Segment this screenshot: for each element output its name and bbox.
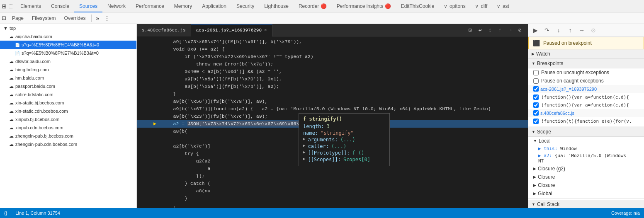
bp-item-0-0[interactable]: (function(){var a=function(c,d){ bbox=[528, 93, 644, 101]
tree-item-xin_static_cdn[interactable]: ☁xin-static.cdn.bcebos.com bbox=[0, 107, 136, 115]
status-braces-icon[interactable]: {} bbox=[4, 211, 7, 216]
tooltip-row-2[interactable]: ▶ arguments: (...) bbox=[303, 137, 385, 143]
bp-item-checkbox-0-1[interactable] bbox=[533, 102, 539, 108]
scope-section-header[interactable]: ▼ Scope bbox=[528, 127, 644, 137]
pause-caught-checkbox[interactable] bbox=[533, 78, 539, 84]
step-over-btn[interactable]: ↷ bbox=[542, 26, 552, 35]
line-arrow-4 bbox=[153, 68, 160, 75]
bp-item-0-1[interactable]: (function(){var a=function(c,d){ bbox=[528, 101, 644, 109]
scope-header-2[interactable]: ▶Closure bbox=[528, 173, 644, 181]
scope-header-0[interactable]: ▼Local bbox=[528, 137, 644, 145]
tree-item-passport[interactable]: ☁passport.baidu.com bbox=[0, 82, 136, 90]
nav-tab-console[interactable]: Console bbox=[46, 0, 74, 12]
toolbar-tab-overrides[interactable]: Overrides bbox=[60, 12, 90, 24]
bp-file-checkbox-0[interactable] bbox=[533, 86, 539, 92]
nav-tab-v_options[interactable]: v_opitons bbox=[439, 0, 470, 12]
nav-tab-recorder[interactable]: Recorder 🔴 bbox=[294, 0, 332, 12]
nav-tab-application[interactable]: Application bbox=[197, 0, 231, 12]
code-area[interactable]: a9['\x73\x65\x74'](fM[b('\x6f')], b('\x7… bbox=[137, 36, 528, 208]
line-code-12: a8(b( bbox=[160, 128, 187, 135]
step-out-btn[interactable]: ↑ bbox=[566, 26, 575, 35]
bp-file-header-1[interactable]: s.480cefa86cc.js bbox=[528, 109, 644, 117]
bp-file-header-0[interactable]: acs-2061.js?_=1693976290 bbox=[528, 85, 644, 93]
line-gutter-21 bbox=[137, 195, 153, 202]
tree-item-aiqicha[interactable]: ☁aiqicha.baidu.com bbox=[0, 32, 136, 41]
call-stack-section-header[interactable]: ▼ Call Stack bbox=[528, 200, 644, 208]
nav-tab-elements[interactable]: Elements bbox=[15, 0, 46, 12]
call-stack-label: Call Stack bbox=[537, 201, 559, 207]
code-line-18: }); bbox=[137, 172, 528, 180]
nav-tab-network[interactable]: Network bbox=[102, 0, 131, 12]
line-code-18: }); bbox=[160, 172, 205, 180]
nav-tab-memory[interactable]: Memory bbox=[169, 0, 197, 12]
scope-item-0-1[interactable]: ▶ a2: {ua: 'Mozilla/5.0 (Windows NT bbox=[528, 152, 644, 165]
tree-item-hm_baidu[interactable]: ☁hm.baidu.com bbox=[0, 74, 136, 82]
step-into-btn[interactable]: ↓ bbox=[554, 26, 563, 35]
step-btn[interactable]: → bbox=[577, 26, 586, 35]
scope-header-4[interactable]: ▶Global bbox=[528, 189, 644, 198]
editor-toolbar-btn-0[interactable]: ⊡ bbox=[466, 26, 475, 35]
line-arrow-0 bbox=[153, 38, 160, 46]
nav-tab-editthiscookie[interactable]: EditThisCookie bbox=[396, 0, 440, 12]
autocomplete-tooltip: f stringify() length: 3name: "stringify"… bbox=[299, 113, 390, 166]
toolbar-tab-filesystem[interactable]: Filesystem bbox=[28, 12, 60, 24]
bp-file-checkbox-1[interactable] bbox=[533, 110, 539, 116]
scope-header-3[interactable]: ▶Closure bbox=[528, 181, 644, 189]
file-tab-acs2061[interactable]: acs-2061.js?_=1693976290× bbox=[191, 24, 272, 36]
line-arrow-10 bbox=[153, 113, 160, 120]
paused-icon: ⬛ bbox=[533, 40, 540, 46]
tooltip-row-5[interactable]: ▶ [[Scopes]]: Scopes[0] bbox=[303, 157, 385, 162]
tree-item-himg[interactable]: ☁himg.bdimg.com bbox=[0, 65, 136, 74]
tree-item-zhengxin_pub_cdn[interactable]: ☁zhengxin-pub.cdn.bcebos.com bbox=[0, 140, 136, 148]
editor-toolbar-btn-2[interactable]: ↕ bbox=[486, 26, 495, 35]
toolbar-tab-page[interactable]: Page bbox=[8, 12, 28, 24]
scope-item-0-0[interactable]: ▶ this: Window bbox=[528, 145, 644, 152]
second-toolbar-tabs: PageFilesystemOverrides bbox=[8, 12, 90, 24]
tree-item-zhengxin_pub_bj[interactable]: ☁zhengxin-pub.bj.bcebos.com bbox=[0, 132, 136, 140]
tree-item-s_eq1[interactable]: 📄s?q=%E5%8D%88%E4%B8%BA&t=0 bbox=[0, 41, 136, 49]
tree-item-xinpub_cdn[interactable]: ☁xinpub.cdn.bcebos.com bbox=[0, 124, 136, 132]
line-code-9: a9[b('\x67')](function(a2) { a2 = {ua: '… bbox=[160, 105, 491, 113]
code-line-2: if ('\x73\x74\x72\x69\x6e\x67' !== typeo… bbox=[137, 53, 528, 61]
tooltip-expand-icon-3: ▶ bbox=[303, 143, 305, 149]
pause-uncaught-item[interactable]: Pause on uncaught exceptions bbox=[528, 68, 644, 77]
editor-toolbar-btn-1[interactable]: ↩ bbox=[476, 26, 485, 35]
nav-tab-security[interactable]: Security bbox=[231, 0, 259, 12]
scope-header-1[interactable]: ▶Closure (g2) bbox=[528, 165, 644, 173]
file-tab-s480[interactable]: s.480cefa86cc.js bbox=[137, 24, 191, 36]
tree-label-dlswbr: dlswbr.baidu.com bbox=[15, 59, 51, 64]
tooltip-header: f stringify() bbox=[303, 116, 385, 122]
toolbar-dots[interactable]: ⋮ bbox=[102, 15, 112, 22]
tree-item-sofire[interactable]: ☁sofire.bdstatic.com bbox=[0, 90, 136, 99]
nav-tab-lighthouse[interactable]: Lighthouse bbox=[259, 0, 294, 12]
nav-tab-v_diff[interactable]: v_diff bbox=[471, 0, 492, 12]
tree-icon-domain: ☁ bbox=[9, 59, 14, 64]
more-options-btn[interactable]: » bbox=[93, 15, 102, 22]
editor-toolbar-btn-4[interactable]: → bbox=[505, 26, 515, 35]
nav-tabs-container: ElementsConsoleSourcesNetworkPerformance… bbox=[15, 0, 514, 12]
tooltip-row-3[interactable]: ▶ caller: (...) bbox=[303, 143, 385, 149]
tree-item-dlswbr[interactable]: ☁dlswbr.baidu.com bbox=[0, 57, 136, 65]
editor-toolbar-btn-5[interactable]: ⊘ bbox=[515, 26, 525, 35]
nav-tab-sources[interactable]: Sources bbox=[74, 0, 102, 12]
file-tab-close-acs2061[interactable]: × bbox=[264, 24, 267, 36]
bp-item-1-0[interactable]: !function(t){function e(e){for(v. bbox=[528, 117, 644, 125]
nav-tab-performance[interactable]: Performance bbox=[131, 0, 169, 12]
tooltip-row-4[interactable]: ▶ [[Prototype]]: f () bbox=[303, 150, 385, 156]
pause-caught-item[interactable]: Pause on caught exceptions bbox=[528, 77, 644, 85]
line-code-6: a9[b('\x5a')](fM[b('\x7b')], a2); bbox=[160, 83, 279, 90]
breakpoints-section-header[interactable]: ▼ Breakpoints bbox=[528, 59, 644, 68]
nav-tab-v_ast[interactable]: v_ast bbox=[492, 0, 514, 12]
bp-item-checkbox-0-0[interactable] bbox=[533, 94, 539, 100]
line-gutter-10 bbox=[137, 113, 153, 120]
resume-btn[interactable]: ▶ bbox=[531, 26, 540, 35]
pause-uncaught-checkbox[interactable] bbox=[533, 70, 539, 75]
watch-section-header[interactable]: ▶ Watch bbox=[528, 49, 644, 59]
tree-item-xinpub_bj[interactable]: ☁xinpub.bj.bcebos.com bbox=[0, 115, 136, 124]
editor-toolbar-btn-3[interactable]: ↑ bbox=[496, 26, 505, 35]
tree-item-top[interactable]: ▼top bbox=[0, 24, 136, 32]
nav-tab-perf-insights[interactable]: Performance insights 🔴 bbox=[332, 0, 396, 12]
bp-item-checkbox-1-0[interactable] bbox=[533, 119, 539, 124]
tree-item-xin_static_bj[interactable]: ☁xin-static.bj.bcebos.com bbox=[0, 99, 136, 107]
tree-item-s_eq2[interactable]: 📄s?q=%E5%B0%8F%E7%B1%B3&t=0 bbox=[0, 49, 136, 57]
